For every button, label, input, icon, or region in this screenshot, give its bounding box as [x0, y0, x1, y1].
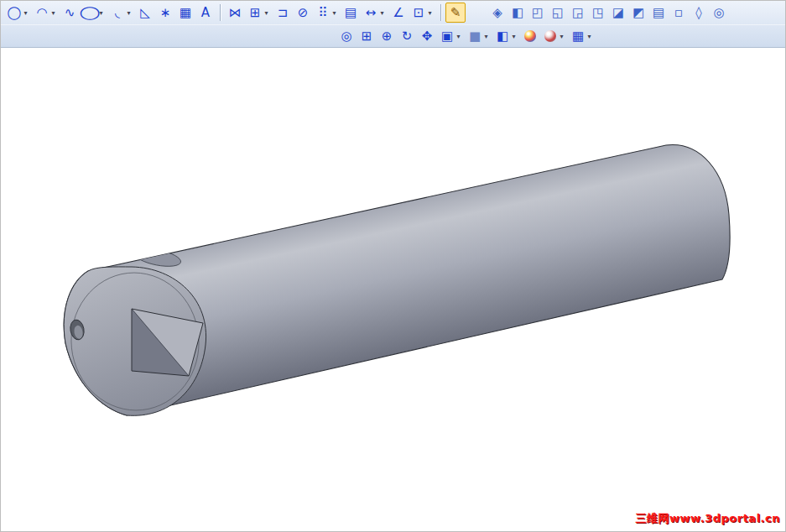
standard-views-button[interactable]: ▣▾ — [437, 26, 465, 46]
shaded-display-dropdown[interactable]: ▾ — [482, 33, 490, 40]
revolved-boss-feature-button[interactable]: ◰ — [528, 3, 548, 23]
rib-feature-icon: ▤ — [651, 5, 666, 20]
extruded-boss-feature-icon: ◈ — [490, 5, 505, 20]
swept-boss-feature-button[interactable]: ◲ — [568, 3, 588, 23]
toolbar-group: ⋈⊞▾⊐⊘⠿▾▤↔▾∠⊡▾ — [225, 3, 436, 23]
revolved-cut-feature-button[interactable]: ◱ — [548, 3, 568, 23]
section-view-dropdown[interactable]: ▾ — [510, 33, 518, 40]
section-view-button[interactable]: ◧▾ — [492, 26, 520, 46]
trim-entities-tool-icon: ⊘ — [295, 5, 310, 20]
move-entities-tool-dropdown[interactable]: ▾ — [378, 9, 386, 17]
fillet-feature-icon: ◪ — [611, 5, 626, 20]
sketch-settings-tool-button[interactable]: ⊡▾ — [409, 3, 436, 23]
trim-entities-tool-button[interactable]: ⊘ — [293, 3, 313, 23]
rotate-view-button[interactable]: ↻ — [397, 26, 417, 46]
convert-entities-tool-button[interactable]: ⊞▾ — [245, 3, 273, 23]
hole-wizard-feature-button[interactable]: ◎ — [709, 3, 729, 23]
scene-settings-dropdown[interactable]: ▾ — [586, 33, 593, 40]
zoom-to-fit-button[interactable]: ◎ — [336, 26, 357, 46]
draft-feature-button[interactable]: ◊ — [689, 3, 709, 23]
construction-geometry-tool-button[interactable]: ▤ — [341, 3, 361, 23]
lofted-boss-feature-icon: ◳ — [591, 5, 606, 20]
centerpoint-arc-tool-icon: ◠ — [34, 5, 49, 20]
sketch-fillet-tool-icon: ◟ — [110, 5, 125, 20]
sketch-fillet-tool-dropdown[interactable]: ▾ — [125, 9, 133, 17]
sketch-settings-tool-dropdown[interactable]: ▾ — [426, 9, 434, 17]
rib-feature-button[interactable]: ▤ — [648, 3, 669, 23]
linear-pattern-tool-dropdown[interactable]: ▾ — [331, 9, 338, 17]
draft-feature-icon: ◊ — [691, 5, 706, 20]
sketch-mode-icon: ✎ — [448, 5, 463, 20]
mirror-entities-tool-button[interactable]: ⋈ — [225, 3, 245, 23]
scene-settings-icon: ▦ — [570, 29, 586, 44]
view-toolbar: ◎⊞⊕↻✥▣▾■▾◧▾▾▦▾ — [1, 24, 785, 47]
centerpoint-arc-tool-button[interactable]: ◠▾ — [32, 3, 60, 23]
extruded-cut-feature-icon: ◧ — [510, 5, 525, 20]
zoom-in-out-button[interactable]: ⊕ — [377, 26, 397, 46]
zoom-in-out-icon: ⊕ — [379, 29, 394, 44]
measure-tool-icon: ∠ — [391, 5, 406, 20]
move-entities-tool-icon: ↔ — [363, 5, 378, 20]
ellipse-tool-icon: ◯ — [79, 5, 102, 20]
shaded-display-button[interactable]: ■▾ — [465, 26, 492, 46]
construction-geometry-tool-icon: ▤ — [343, 5, 358, 20]
model-3d-cylinder[interactable] — [1, 48, 785, 531]
rotate-view-icon: ↻ — [399, 29, 414, 44]
extruded-cut-feature-button[interactable]: ◧ — [508, 3, 528, 23]
appearances-icon — [544, 30, 556, 42]
lofted-boss-feature-button[interactable]: ◳ — [588, 3, 608, 23]
revolved-boss-feature-icon: ◰ — [530, 5, 545, 20]
linear-pattern-tool-button[interactable]: ⠿▾ — [313, 3, 341, 23]
section-view-icon: ◧ — [495, 29, 510, 44]
offset-entities-tool-icon: ⊐ — [275, 5, 290, 20]
extruded-boss-feature-button[interactable]: ◈ — [487, 3, 508, 23]
sketch-text-tool-button[interactable]: A — [195, 3, 216, 23]
sketch-mode-button[interactable]: ✎ — [445, 3, 466, 23]
point-tool-button[interactable]: ∗ — [155, 3, 175, 23]
appearances-dropdown[interactable]: ▾ — [558, 33, 565, 40]
toolbar-group: ✎ — [445, 3, 466, 23]
plane-grid-tool-button[interactable]: ▦ — [175, 3, 195, 23]
sketch-text-tool-icon: A — [198, 5, 213, 20]
circle-tool-button[interactable]: ◯▾ — [4, 3, 32, 23]
zoom-to-area-button[interactable]: ⊞ — [357, 26, 377, 46]
sketch-fillet-tool-button[interactable]: ◟▾ — [107, 3, 135, 23]
chamfer-feature-button[interactable]: ◩ — [628, 3, 648, 23]
measure-tool-button[interactable]: ∠ — [388, 3, 409, 23]
convert-entities-tool-dropdown[interactable]: ▾ — [263, 9, 270, 17]
standard-views-icon: ▣ — [440, 29, 455, 44]
toolbar-separator — [220, 4, 221, 21]
centerpoint-arc-tool-dropdown[interactable]: ▾ — [49, 9, 57, 17]
fillet-feature-button[interactable]: ◪ — [608, 3, 628, 23]
toolbar-separator — [440, 4, 441, 21]
linear-pattern-tool-icon: ⠿ — [315, 5, 331, 20]
toolbar-group: ◯▾◠▾∿◯▾◟▾◺∗▦A — [4, 3, 216, 23]
sketch-chamfer-tool-button[interactable]: ◺ — [135, 3, 155, 23]
spline-tool-button[interactable]: ∿ — [60, 3, 80, 23]
graphics-viewport[interactable]: 三维网www.3dportal.cn — [1, 48, 785, 531]
standard-views-dropdown[interactable]: ▾ — [455, 33, 462, 40]
toolbar-group: ◎⊞⊕↻✥▣▾■▾◧▾▾▦▾ — [336, 26, 596, 46]
ellipse-tool-button[interactable]: ◯▾ — [80, 3, 107, 23]
scene-settings-button[interactable]: ▦▾ — [568, 26, 596, 46]
offset-entities-tool-button[interactable]: ⊐ — [273, 3, 293, 23]
sketch-toolbar: ◯▾◠▾∿◯▾◟▾◺∗▦A⋈⊞▾⊐⊘⠿▾▤↔▾∠⊡▾✎◈◧◰◱◲◳◪◩▤▫◊◎ — [1, 1, 785, 24]
move-entities-tool-button[interactable]: ↔▾ — [361, 3, 388, 23]
zoom-to-area-icon: ⊞ — [359, 29, 374, 44]
swept-boss-feature-icon: ◲ — [570, 5, 586, 20]
mirror-entities-tool-icon: ⋈ — [227, 5, 242, 20]
shaded-display-icon: ■ — [467, 29, 482, 44]
toolbar-group: ◈◧◰◱◲◳◪◩▤▫◊◎ — [487, 3, 729, 23]
realview-graphics-button[interactable] — [520, 26, 540, 46]
circle-tool-icon: ◯ — [7, 5, 22, 20]
shell-feature-button[interactable]: ▫ — [669, 3, 689, 23]
spline-tool-icon: ∿ — [62, 5, 77, 20]
toolbar-area: ◯▾◠▾∿◯▾◟▾◺∗▦A⋈⊞▾⊐⊘⠿▾▤↔▾∠⊡▾✎◈◧◰◱◲◳◪◩▤▫◊◎ … — [1, 1, 785, 48]
revolved-cut-feature-icon: ◱ — [550, 5, 565, 20]
circle-tool-dropdown[interactable]: ▾ — [22, 9, 29, 17]
solidworks-window: ◯▾◠▾∿◯▾◟▾◺∗▦A⋈⊞▾⊐⊘⠿▾▤↔▾∠⊡▾✎◈◧◰◱◲◳◪◩▤▫◊◎ … — [0, 0, 786, 532]
hole-wizard-feature-icon: ◎ — [711, 5, 726, 20]
pan-view-button[interactable]: ✥ — [417, 26, 437, 46]
point-tool-icon: ∗ — [158, 5, 173, 20]
appearances-button[interactable]: ▾ — [540, 26, 568, 46]
